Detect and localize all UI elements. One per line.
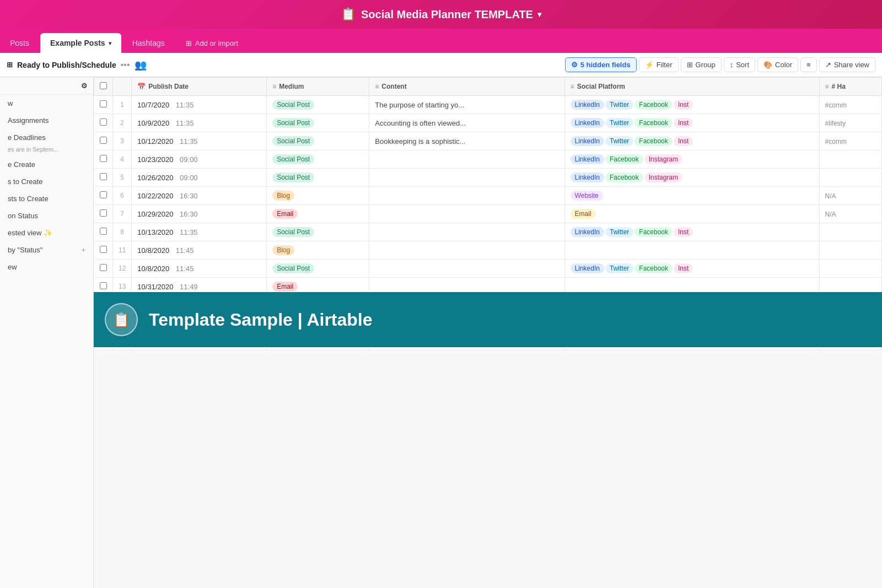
row-checkbox-cell[interactable] — [94, 150, 113, 169]
row-checkbox[interactable] — [100, 173, 107, 180]
col-medium[interactable]: ≡ Medium — [267, 78, 369, 96]
col-num — [113, 78, 132, 96]
density-button[interactable]: ≡ — [800, 57, 817, 72]
row-checkbox-cell[interactable] — [94, 205, 113, 223]
platform-tag: Facebook — [634, 263, 673, 273]
table-row[interactable]: 1 10/7/2020 11:35 Social Post The purpos… — [94, 96, 882, 114]
row-checkbox[interactable] — [100, 155, 107, 162]
add-import-icon: ⊞ — [186, 39, 192, 47]
row-checkbox-cell[interactable] — [94, 96, 113, 114]
banner-text: Template Sample | Airtable — [149, 310, 373, 330]
sidebar-item-view[interactable]: w — [0, 95, 93, 112]
row-checkbox[interactable] — [100, 264, 107, 271]
row-hashtag — [819, 260, 881, 278]
platform-tag: Inst — [674, 227, 693, 237]
row-medium: Social Post — [267, 169, 369, 187]
table-row[interactable]: 3 10/12/2020 11:35 Social Post Bookkeepi… — [94, 132, 882, 150]
col-checkbox[interactable] — [94, 78, 113, 96]
select-all-checkbox[interactable] — [100, 82, 107, 89]
sidebar-item-deadlines[interactable]: e Deadlines — [0, 129, 93, 146]
filter-button[interactable]: ⚡ Filter — [639, 57, 679, 72]
sidebar-item-assignments[interactable]: Assignments — [0, 112, 93, 129]
row-checkbox-cell[interactable] — [94, 241, 113, 260]
share-view-button[interactable]: ↗ Share view — [819, 57, 875, 72]
tab-hashtags[interactable]: Hashtags — [122, 33, 175, 53]
date-value: 10/23/2020 — [137, 155, 173, 164]
row-checkbox[interactable] — [100, 100, 107, 107]
row-checkbox[interactable] — [100, 246, 107, 253]
hidden-fields-button[interactable]: ⚙ 5 hidden fields — [565, 57, 637, 72]
row-checkbox-cell[interactable] — [94, 169, 113, 187]
sidebar-item-ew[interactable]: ew — [0, 258, 93, 276]
row-checkbox-cell[interactable] — [94, 114, 113, 132]
row-hashtag — [819, 223, 881, 241]
col-social-platform[interactable]: ≡ Social Platform — [564, 78, 819, 96]
table-row[interactable]: 4 10/23/2020 09:00 Social Post LinkedInF… — [94, 150, 882, 169]
table-row[interactable]: 6 10/22/2020 16:30 Blog Website N/A — [94, 187, 882, 205]
tab-hashtags-label: Hashtags — [132, 39, 165, 47]
sidebar-item-posts-create[interactable]: s to Create — [0, 173, 93, 190]
sidebar-add-icon[interactable]: + — [81, 246, 85, 254]
row-publish-date: 10/8/2020 11:45 — [132, 241, 267, 260]
sidebar-item-create[interactable]: e Create — [0, 156, 93, 173]
sidebar-item-suggested[interactable]: ested view ✨ — [0, 224, 93, 241]
platform-tag: Instagram — [644, 154, 682, 164]
col-publish-date-label: Publish Date — [148, 83, 189, 90]
col-publish-date[interactable]: 📅 Publish Date — [132, 78, 267, 96]
row-checkbox-cell[interactable] — [94, 260, 113, 278]
table-row[interactable]: 8 10/13/2020 11:35 Social Post LinkedInT… — [94, 223, 882, 241]
row-content — [369, 187, 564, 205]
share-label: Share view — [834, 61, 869, 69]
row-checkbox[interactable] — [100, 228, 107, 235]
row-checkbox[interactable] — [100, 118, 107, 126]
tab-posts[interactable]: Posts — [0, 33, 39, 53]
table-row[interactable]: 12 10/8/2020 11:45 Social Post LinkedInT… — [94, 260, 882, 278]
date-value: 10/26/2020 — [137, 174, 173, 182]
color-icon: 🎨 — [763, 61, 772, 69]
platform-tag: Twitter — [605, 100, 633, 110]
collaborators-button[interactable]: 👥 — [135, 59, 147, 71]
row-checkbox[interactable] — [100, 282, 107, 289]
table-row[interactable]: 11 10/8/2020 11:45 Blog — [94, 241, 882, 260]
time-value: 16:30 — [180, 192, 198, 200]
table-row[interactable]: 5 10/26/2020 09:00 Social Post LinkedInF… — [94, 169, 882, 187]
row-publish-date: 10/9/2020 11:35 — [132, 114, 267, 132]
medium-tag: Social Post — [272, 227, 314, 237]
medium-tag: Social Post — [272, 136, 314, 146]
sidebar-item-by-status[interactable]: by "Status" + — [0, 241, 93, 258]
time-value: 09:00 — [180, 174, 198, 182]
app-title-dropdown[interactable]: ▾ — [537, 10, 541, 19]
row-checkbox-cell[interactable] — [94, 223, 113, 241]
view-name: Ready to Publish/Schedule — [17, 61, 116, 69]
date-value: 10/7/2020 — [137, 101, 169, 109]
table-row[interactable]: 2 10/9/2020 11:35 Social Post Accounting… — [94, 114, 882, 132]
platform-tag: LinkedIn — [571, 263, 604, 273]
row-content — [369, 260, 564, 278]
color-button[interactable]: 🎨 Color — [757, 57, 798, 72]
share-icon: ↗ — [825, 61, 831, 69]
sidebar-gear-icon[interactable]: ⚙ — [81, 82, 88, 90]
time-value: 16:30 — [180, 210, 198, 218]
row-checkbox[interactable] — [100, 209, 107, 217]
row-platforms: LinkedInTwitterFacebookInst — [564, 223, 819, 241]
row-checkbox-cell[interactable] — [94, 187, 113, 205]
row-number: 2 — [113, 114, 132, 132]
platform-tag: LinkedIn — [571, 227, 604, 237]
row-number: 6 — [113, 187, 132, 205]
row-number: 12 — [113, 260, 132, 278]
col-hashtags[interactable]: ≡ # Ha — [819, 78, 881, 96]
row-number: 5 — [113, 169, 132, 187]
sidebar-item-status[interactable]: on Status — [0, 207, 93, 224]
sidebar-item-posts-create2[interactable]: sts to Create — [0, 190, 93, 207]
tab-example-posts[interactable]: Example Posts ▾ — [40, 33, 121, 53]
row-checkbox[interactable] — [100, 137, 107, 144]
sidebar-add-btn-1[interactable]: + — [0, 276, 93, 279]
table-row[interactable]: 7 10/29/2020 16:30 Email Email N/A — [94, 205, 882, 223]
group-button[interactable]: ⊞ Group — [681, 57, 722, 72]
tab-add-import[interactable]: ⊞ Add or import — [176, 33, 248, 53]
col-content[interactable]: ≡ Content — [369, 78, 564, 96]
row-checkbox[interactable] — [100, 191, 107, 198]
view-options-button[interactable]: ••• — [121, 60, 130, 70]
sort-button[interactable]: ↕ Sort — [724, 57, 755, 72]
row-checkbox-cell[interactable] — [94, 132, 113, 150]
